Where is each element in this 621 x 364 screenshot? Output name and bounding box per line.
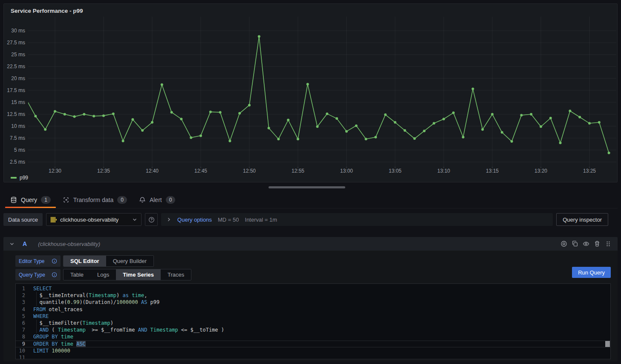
datasource-row: Data source clickhouse-observability [3, 213, 608, 226]
x-tick-label: 12:35 [97, 168, 110, 174]
editor-type-option-query-builder[interactable]: Query Builder [106, 256, 153, 266]
data-point [462, 136, 465, 139]
duplicate-query-icon[interactable] [572, 240, 578, 247]
query-type-option-time-series[interactable]: Time Series [116, 269, 161, 280]
datasource-value: clickhouse-observability [60, 217, 118, 223]
chevron-right-icon[interactable] [166, 217, 171, 222]
data-point [511, 140, 513, 143]
code-line[interactable]: 4FROM otel_traces [16, 306, 610, 313]
data-point [549, 117, 552, 119]
tab-transform-data[interactable]: Transform data 0 [57, 192, 133, 208]
run-query-button[interactable]: Run Query [572, 267, 611, 278]
horizontal-scrollbar-thumb[interactable] [269, 186, 345, 188]
tab-label: Transform data [73, 196, 113, 203]
data-point [442, 118, 445, 120]
data-point [471, 88, 474, 90]
datasource-label: Data source [3, 213, 43, 226]
data-point [297, 138, 299, 140]
x-tick-label: 13:15 [486, 168, 499, 174]
data-point [248, 104, 251, 107]
data-point [520, 114, 523, 116]
query-options-link[interactable]: Query options [177, 217, 212, 223]
collapse-chevron-down-icon[interactable] [9, 241, 14, 246]
data-point [345, 130, 348, 133]
process-icon [63, 196, 69, 203]
hide-response-icon[interactable] [583, 240, 589, 247]
query-inspector-button[interactable]: Query inspector [556, 213, 608, 226]
data-point [64, 113, 66, 116]
y-tick-label: 22.5 ms [7, 64, 25, 69]
code-line[interactable]: 5WHERE [16, 313, 610, 320]
query-type-option-table[interactable]: Table [64, 269, 90, 280]
data-point [258, 35, 260, 38]
timeseries-chart[interactable]: 30 ms27.5 ms25 ms22.5 ms20 ms17.5 ms15 m… [4, 4, 617, 182]
data-point [374, 136, 377, 139]
code-line[interactable]: 9ORDER BY time ASC [16, 341, 610, 347]
query-type-option-traces[interactable]: Traces [161, 269, 191, 280]
x-tick-label: 12:30 [49, 168, 61, 174]
editor-type-option-sql-editor[interactable]: SQL Editor [64, 256, 106, 266]
x-tick-label: 13:00 [340, 168, 353, 174]
data-point [268, 127, 270, 130]
query-row-header: A (clickhouse-observability) [3, 237, 618, 251]
legend-label: p99 [20, 175, 28, 181]
data-point [161, 84, 163, 86]
data-point [588, 122, 591, 124]
disable-query-icon[interactable] [560, 240, 567, 247]
y-tick-label: 12.5 ms [7, 111, 25, 117]
bell-icon [139, 196, 146, 203]
query-datasource-hint: (clickhouse-observability) [38, 241, 100, 247]
data-point [219, 111, 222, 114]
data-point [384, 113, 387, 116]
drag-handle-icon[interactable] [605, 240, 612, 247]
data-point [131, 118, 134, 121]
code-line[interactable]: 1SELECT [16, 285, 610, 292]
data-point [530, 113, 532, 116]
tab-query-count-badge: 1 [41, 196, 51, 204]
code-line[interactable]: 2 $__timeInterval(Timestamp) as time, [16, 292, 610, 299]
tab-query[interactable]: Query 1 [4, 192, 57, 208]
datasource-select[interactable]: clickhouse-observability [46, 213, 142, 226]
info-circle-icon[interactable] [52, 272, 57, 277]
line-number: 4 [16, 306, 25, 313]
code-line[interactable]: 11 [16, 354, 610, 359]
query-type-option-logs[interactable]: Logs [90, 269, 116, 280]
code-line[interactable]: 7 AND ( Timestamp >= $__fromTime AND Tim… [16, 326, 610, 333]
overview-cursor-marker [605, 341, 610, 347]
line-number: 11 [16, 354, 25, 359]
remove-query-icon[interactable] [594, 240, 601, 247]
legend-swatch [11, 177, 17, 179]
code-line[interactable]: 6 $__timeFilter(Timestamp) [16, 320, 610, 326]
y-tick-label: 25 ms [11, 52, 25, 58]
x-tick-label: 13:20 [534, 168, 547, 174]
data-point [481, 128, 484, 131]
line-number: 1 [16, 285, 25, 292]
data-point [404, 129, 406, 132]
data-point [180, 118, 182, 120]
y-tick-label: 30 ms [11, 28, 25, 34]
data-point [598, 121, 601, 124]
datasource-help-button[interactable] [145, 213, 158, 226]
y-tick-label: 7.5 ms [10, 135, 25, 141]
query-row-actions [560, 240, 612, 247]
data-point [151, 121, 153, 124]
info-circle-icon[interactable] [52, 258, 57, 264]
interval-value: Interval = 1m [245, 217, 277, 223]
x-tick-label: 13:05 [389, 168, 401, 174]
data-point [102, 114, 105, 117]
tab-label: Alert [150, 196, 162, 203]
code-line[interactable]: 8GROUP BY time [16, 333, 610, 340]
timeseries-panel: Service Performance - p99 30 ms27.5 ms25… [3, 3, 618, 182]
sql-editor[interactable]: 1SELECT2 $__timeInterval(Timestamp) as t… [15, 283, 611, 359]
data-point [44, 128, 46, 131]
code-line[interactable]: 3 quantile(0.99)(Duration)/1000000 AS p9… [16, 299, 610, 306]
code-line[interactable]: 10LIMIT 100000 [16, 347, 610, 354]
data-point [238, 112, 241, 115]
data-point [365, 138, 367, 140]
data-point [92, 115, 95, 118]
data-point [83, 113, 85, 116]
query-editor-row: A (clickhouse-observability) Editor Type [3, 237, 618, 361]
tab-alert-count-badge: 0 [166, 196, 176, 204]
tab-alert[interactable]: Alert 0 [133, 192, 181, 208]
legend-item-p99[interactable]: p99 [11, 175, 28, 181]
